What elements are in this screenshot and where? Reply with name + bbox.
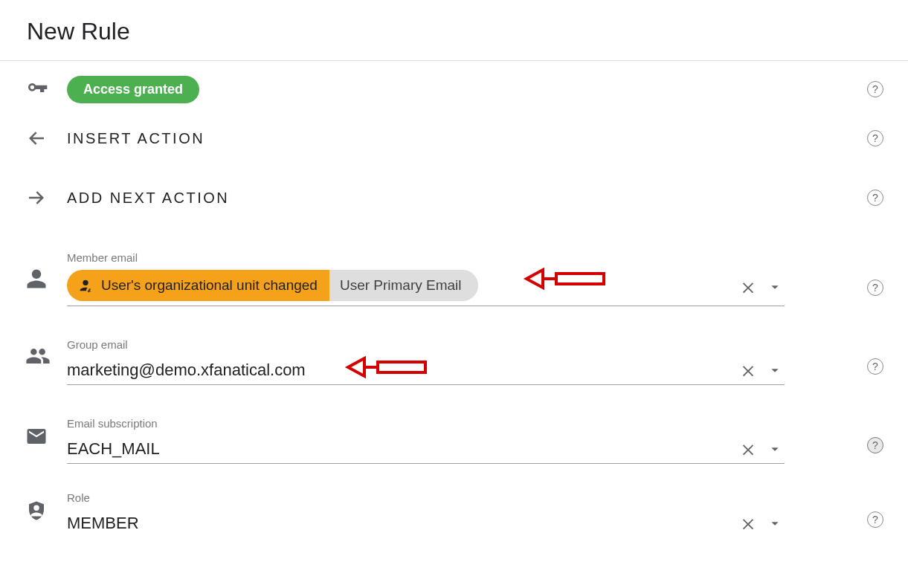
row-email-subscription: Email subscription EACH_MAIL (0, 388, 908, 467)
group-email-field: Group email marketing@demo.xfanatical.co… (67, 338, 785, 385)
email-subscription-content: Email subscription EACH_MAIL (67, 417, 860, 464)
clear-icon[interactable] (740, 515, 756, 532)
section-label: ADD NEXT ACTION (67, 190, 229, 206)
row-insert-action: INSERT ACTION ? (0, 109, 908, 168)
row-role: Role MEMBER (0, 467, 908, 541)
group-email-input[interactable]: marketing@demo.xfanatical.com (67, 355, 785, 385)
access-granted-chip: Access granted (67, 76, 199, 103)
scroll-area[interactable]: Access granted ? INSERT ACTION ? (0, 61, 908, 588)
row-access-content: Access granted (67, 76, 860, 103)
key-icon (25, 77, 67, 101)
new-rule-dialog: New Rule Access granted ? INSERT ACTIO (0, 0, 908, 588)
shield-icon (25, 500, 67, 522)
member-email-input[interactable]: User's organizational unit changed User … (67, 268, 785, 306)
help-access[interactable]: ? (860, 81, 890, 97)
help-role[interactable]: ? (860, 511, 890, 528)
dialog-body: Access granted ? INSERT ACTION ? (0, 61, 908, 588)
role-input[interactable]: MEMBER (67, 508, 785, 538)
member-email-label: Member email (67, 251, 785, 264)
add-next-action-title[interactable]: ADD NEXT ACTION (67, 190, 860, 207)
row-access: Access granted ? (0, 61, 908, 109)
row-add-next-action: ADD NEXT ACTION ? (0, 168, 908, 227)
role-actions (740, 515, 785, 532)
section-label: INSERT ACTION (67, 130, 205, 146)
insert-action-title[interactable]: INSERT ACTION (67, 130, 860, 147)
chevron-down-icon[interactable] (767, 515, 783, 532)
dialog-header: New Rule (0, 0, 908, 61)
email-subscription-input[interactable]: EACH_MAIL (67, 434, 785, 464)
email-subscription-label: Email subscription (67, 417, 785, 430)
help-group-email[interactable]: ? (860, 358, 890, 375)
row-member-email: Member email User's organizational unit … (0, 227, 908, 309)
group-email-value: marketing@demo.xfanatical.com (67, 358, 740, 383)
clear-icon[interactable] (740, 441, 756, 457)
person-move-icon (77, 277, 94, 294)
member-email-content: Member email User's organizational unit … (67, 251, 860, 306)
role-value: MEMBER (67, 511, 740, 536)
dialog-title: New Rule (27, 18, 881, 45)
chip-grey-label: User Primary Email (340, 277, 462, 294)
chip-user-primary-email[interactable]: User Primary Email (329, 270, 478, 301)
email-subscription-field: Email subscription EACH_MAIL (67, 417, 785, 464)
group-icon (25, 343, 67, 369)
role-content: Role MEMBER (67, 491, 860, 538)
arrow-left-icon (25, 127, 67, 149)
email-subscription-value: EACH_MAIL (67, 436, 740, 462)
help-insert-action[interactable]: ? (860, 130, 890, 146)
chevron-down-icon[interactable] (767, 362, 783, 378)
member-email-actions (740, 279, 785, 295)
person-icon (25, 268, 67, 290)
annotation-arrow-1 (521, 262, 610, 295)
help-add-next-action[interactable]: ? (860, 190, 890, 206)
group-email-content: Group email marketing@demo.xfanatical.co… (67, 338, 860, 385)
member-email-field: Member email User's organizational unit … (67, 251, 785, 306)
row-group-email: Group email marketing@demo.xfanatical.co… (0, 309, 908, 388)
arrow-right-icon (25, 187, 67, 209)
member-email-chips: User's organizational unit changed User … (67, 270, 478, 301)
group-email-label: Group email (67, 338, 785, 351)
chevron-down-icon[interactable] (767, 279, 783, 295)
chip-orange-label: User's organizational unit changed (101, 277, 318, 294)
group-email-actions (740, 362, 785, 378)
role-label: Role (67, 491, 785, 504)
email-subscription-actions (740, 441, 785, 457)
mail-icon (25, 425, 67, 448)
clear-icon[interactable] (740, 362, 756, 378)
chip-org-unit-changed[interactable]: User's organizational unit changed (67, 270, 329, 301)
help-email-subscription[interactable]: ? (860, 437, 890, 453)
scroll-spacer (0, 541, 908, 588)
clear-icon[interactable] (740, 279, 756, 295)
svg-rect-0 (556, 274, 604, 284)
help-member-email[interactable]: ? (860, 280, 890, 296)
chevron-down-icon[interactable] (767, 441, 783, 457)
role-field: Role MEMBER (67, 491, 785, 538)
